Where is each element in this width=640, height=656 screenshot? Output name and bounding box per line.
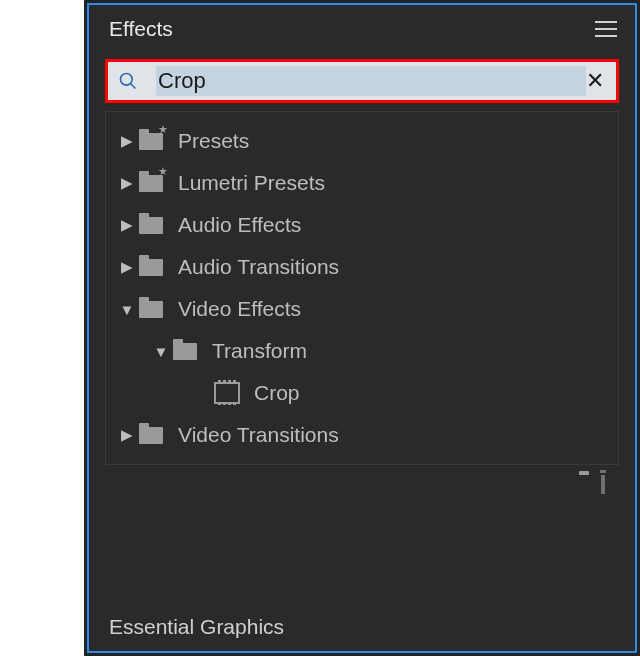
panel-header: Effects (89, 5, 635, 53)
preset-folder-icon (138, 130, 164, 152)
clear-search-icon[interactable]: ✕ (586, 70, 604, 92)
effects-panel-frame: Effects Crop ✕ ▶ Presets ▶ Lumetri Prese… (84, 0, 640, 656)
delete-icon[interactable] (601, 475, 605, 493)
chevron-down-icon[interactable]: ▼ (116, 301, 138, 318)
panel-menu-icon[interactable] (595, 21, 617, 37)
tree-label: Audio Effects (178, 213, 301, 237)
effects-tree: ▶ Presets ▶ Lumetri Presets ▶ Audio Effe… (105, 111, 619, 465)
essential-graphics-tab[interactable]: Essential Graphics (109, 607, 629, 647)
tree-item-audio-effects[interactable]: ▶ Audio Effects (106, 204, 618, 246)
chevron-right-icon[interactable]: ▶ (116, 258, 138, 276)
tree-label: Presets (178, 129, 249, 153)
tree-label: Video Transitions (178, 423, 339, 447)
essential-graphics-label: Essential Graphics (109, 615, 284, 639)
chevron-right-icon[interactable]: ▶ (116, 132, 138, 150)
tree-item-presets[interactable]: ▶ Presets (106, 120, 618, 162)
folder-icon (138, 256, 164, 278)
chevron-right-icon[interactable]: ▶ (116, 174, 138, 192)
search-icon (118, 71, 138, 91)
tree-item-video-transitions[interactable]: ▶ Video Transitions (106, 414, 618, 456)
tree-item-crop[interactable]: Crop (106, 372, 618, 414)
folder-icon (138, 298, 164, 320)
search-input-text[interactable]: Crop (156, 66, 586, 96)
tree-item-transform[interactable]: ▼ Transform (106, 330, 618, 372)
effect-icon (214, 382, 240, 404)
folder-icon (172, 340, 198, 362)
effects-panel: Effects Crop ✕ ▶ Presets ▶ Lumetri Prese… (87, 3, 637, 653)
effects-search[interactable]: Crop ✕ (105, 59, 619, 103)
preset-folder-icon (138, 172, 164, 194)
chevron-down-icon[interactable]: ▼ (150, 343, 172, 360)
chevron-right-icon[interactable]: ▶ (116, 216, 138, 234)
panel-footer (89, 465, 635, 493)
tree-item-lumetri-presets[interactable]: ▶ Lumetri Presets (106, 162, 618, 204)
folder-icon (138, 214, 164, 236)
tree-label: Transform (212, 339, 307, 363)
tree-label: Audio Transitions (178, 255, 339, 279)
tree-label: Crop (254, 381, 300, 405)
chevron-right-icon[interactable]: ▶ (116, 426, 138, 444)
folder-icon (138, 424, 164, 446)
tree-item-audio-transitions[interactable]: ▶ Audio Transitions (106, 246, 618, 288)
tree-item-video-effects[interactable]: ▼ Video Effects (106, 288, 618, 330)
svg-point-0 (121, 74, 133, 86)
tree-label: Video Effects (178, 297, 301, 321)
tree-label: Lumetri Presets (178, 171, 325, 195)
svg-line-1 (131, 84, 136, 89)
panel-title: Effects (109, 17, 173, 41)
